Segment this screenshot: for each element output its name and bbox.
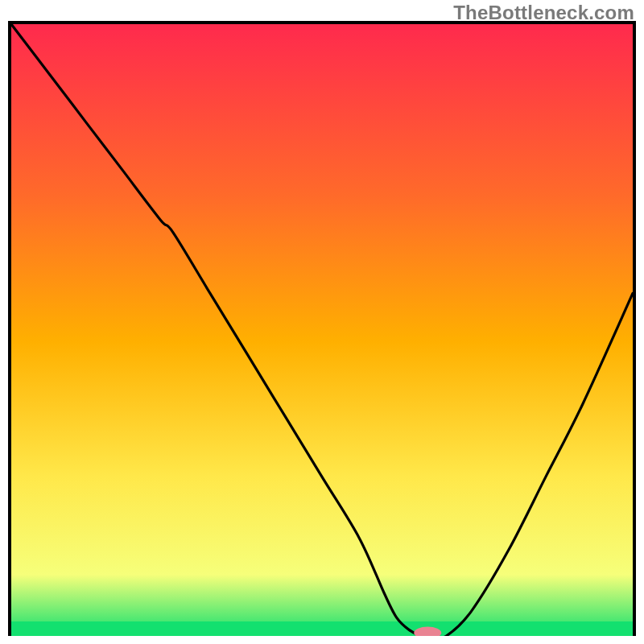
- bottleneck-chart: [11, 24, 633, 636]
- chart-svg: [11, 24, 633, 636]
- green-band: [11, 621, 633, 636]
- gradient-background: [11, 24, 633, 636]
